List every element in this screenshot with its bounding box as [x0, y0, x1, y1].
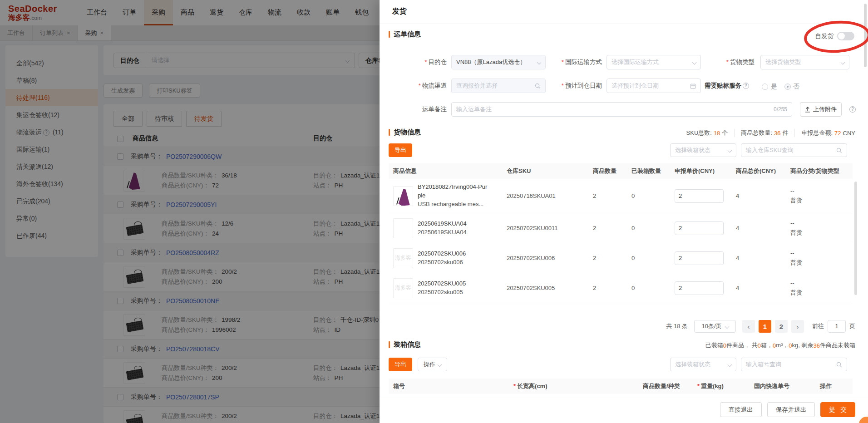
- packing-stat-value: 0: [723, 342, 726, 349]
- next-page-button[interactable]: ›: [791, 320, 804, 333]
- goods-product-cell: 海多客20250702SKU00620250702sku006: [389, 248, 502, 268]
- page-size-select[interactable]: 10条/页: [694, 320, 736, 333]
- goods-stat: 商品总数量:36件: [734, 129, 788, 137]
- packing-stat-text: m³，: [776, 341, 789, 349]
- packing-export-button[interactable]: 导出: [389, 358, 412, 371]
- help-icon[interactable]: ?: [743, 83, 749, 89]
- drawer-scrollbar[interactable]: [864, 4, 867, 67]
- packing-stat-value: 0: [789, 342, 792, 349]
- goods-name-line: 20250619SKUA04: [418, 220, 490, 228]
- packing-stats: 已装箱 0 件商品， 共 0 箱， 0 m³， 0 kg, 剩余 36 件商品未…: [705, 341, 855, 349]
- packing-col-header: 商品数量/种类: [638, 382, 693, 390]
- goods-category: --: [790, 187, 848, 196]
- calendar-icon: [690, 83, 696, 89]
- goods-row: 海多客20250702SKU00520250702sku00520250702S…: [389, 273, 853, 303]
- packing-col-header: 国内快递单号: [750, 382, 815, 390]
- page-button-2[interactable]: 2: [775, 320, 788, 333]
- placeholder-image: 海多客: [393, 278, 413, 298]
- page-button-1[interactable]: 1: [759, 320, 771, 333]
- goods-row: 20250619SKUA0420250619SKUA0420250702SKU0…: [389, 213, 853, 243]
- goods-name: 20250702SKU00620250702sku006: [418, 250, 490, 267]
- stat-unit: CNY: [843, 130, 855, 137]
- goods-qty: 2: [588, 255, 627, 261]
- remark-label: 运单备注: [389, 102, 447, 117]
- packing-box-state-select[interactable]: 选择装箱状态: [670, 358, 736, 371]
- help-icon[interactable]: ?: [849, 106, 856, 113]
- ship-drawer: 发货 运单信息 自发货 *目的仓 VN88（原Lazada优选仓） *国际运输方…: [380, 0, 868, 423]
- goods-total-price: 4: [731, 192, 786, 199]
- goods-col-header: 商品数量: [588, 167, 627, 175]
- goods-sku: 20250702SKU0011: [502, 225, 588, 231]
- exit-button[interactable]: 直接退出: [720, 402, 762, 417]
- eta-date-picker[interactable]: 选择预计到仓日期: [607, 79, 701, 93]
- goods-unit-price-cell: [670, 221, 731, 235]
- logistics-channel-input[interactable]: 查询报价并选择: [451, 79, 546, 93]
- packing-col-header: *重量(kg): [693, 382, 750, 390]
- goods-product-cell: 20250619SKUA0420250619SKUA04: [389, 218, 502, 238]
- prev-page-button[interactable]: ‹: [742, 320, 755, 333]
- sku-search-input[interactable]: 输入仓库SKU查询: [741, 143, 847, 157]
- goods-name-sub: 20250619SKUA04: [418, 228, 490, 237]
- goods-qty: 2: [588, 225, 627, 231]
- intl-method-select[interactable]: 选择国际运输方式: [607, 55, 701, 69]
- dest-warehouse-select[interactable]: VN88（原Lazada优选仓）: [451, 55, 546, 69]
- required-asterisk: *: [697, 383, 700, 389]
- logistics-channel-label: *物流渠道: [389, 79, 447, 93]
- eta-date-label: *预计到仓日期: [547, 79, 602, 93]
- goods-name: 20250619SKUA0420250619SKUA04: [418, 220, 490, 237]
- self-ship-label: 自发货: [815, 32, 834, 40]
- goods-export-button[interactable]: 导出: [389, 143, 412, 157]
- packing-stat-value: 0: [773, 342, 776, 349]
- self-ship-toggle[interactable]: [837, 32, 854, 40]
- packing-col-label: 国内快递单号: [754, 383, 789, 389]
- divider: [380, 24, 868, 24]
- packing-stat-value: 36: [814, 342, 820, 349]
- unit-price-input[interactable]: [675, 189, 724, 203]
- unit-price-input[interactable]: [675, 281, 724, 295]
- packing-col-label: 箱号: [393, 383, 405, 389]
- bag-image: [393, 186, 413, 206]
- page-buttons: 12: [759, 320, 791, 333]
- box-state-select[interactable]: 选择装箱状态: [670, 143, 736, 157]
- chevron-down-icon: [692, 60, 697, 64]
- upload-icon: [805, 107, 810, 113]
- submit-button[interactable]: 提 交: [820, 402, 855, 417]
- watermark-text: 海多客: [395, 254, 411, 262]
- radio-yes[interactable]: 是: [762, 83, 777, 91]
- goods-name-line: 20250702SKU005: [418, 280, 490, 288]
- goods-category: --: [790, 279, 848, 288]
- upload-attachment-button[interactable]: 上传附件: [800, 102, 842, 117]
- goto-page-input[interactable]: 1: [828, 320, 846, 333]
- unit-price-input[interactable]: [675, 251, 724, 265]
- stat-unit: 件: [782, 129, 788, 137]
- radio-no[interactable]: 否: [784, 83, 800, 91]
- packing-col-label: 商品数量/种类: [643, 383, 680, 389]
- remark-input[interactable]: 输入运单备注0/255: [451, 102, 792, 117]
- stat-label: SKU总数:: [686, 129, 712, 137]
- unit-price-input[interactable]: [675, 221, 724, 235]
- watermark-text: 海多客: [395, 284, 411, 292]
- table-scrollbar[interactable]: [854, 182, 857, 295]
- goods-col-header: 商品总价(CNY): [731, 167, 786, 175]
- cargo-type-select[interactable]: 选择货物类型: [760, 55, 849, 69]
- goods-name-line: BY20180827Irving004-Purple: [418, 183, 490, 200]
- box-search-input[interactable]: 输入箱号查询: [741, 358, 847, 371]
- goods-stats: SKU总数:18个商品总数量:36件申报总金额:72CNY: [686, 129, 855, 137]
- label-service-label: 需要贴标服务?: [705, 79, 755, 93]
- goods-unit-price-cell: [670, 251, 731, 265]
- goods-category-cell: --普货: [786, 219, 853, 238]
- chevron-down-icon: [438, 362, 442, 367]
- save-exit-button[interactable]: 保存并退出: [767, 402, 815, 417]
- stat-unit: 个: [722, 129, 728, 137]
- waybill-section-header: 运单信息: [389, 30, 421, 39]
- char-counter: 0/255: [774, 106, 787, 113]
- section-accent-bar: [389, 31, 390, 38]
- goods-unit-price-cell: [670, 189, 731, 203]
- goods-name-sub: 20250702sku005: [418, 288, 490, 297]
- total-count: 共 18 条: [666, 322, 688, 330]
- required-asterisk: *: [424, 59, 427, 65]
- goods-col-header: 仓库SKU: [502, 167, 588, 175]
- goods-boxed-qty: 0: [627, 285, 670, 291]
- packing-col-header: 箱号: [389, 382, 509, 390]
- packing-action-dropdown[interactable]: 操作: [418, 358, 447, 371]
